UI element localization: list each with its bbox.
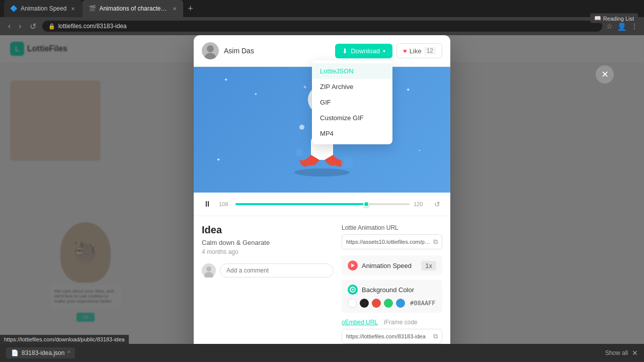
svg-point-18 [206,266,211,272]
comment-avatar [202,263,216,278]
download-label: Download [351,47,380,55]
tab1-label: Animation Speed [21,5,66,12]
forward-button[interactable]: › [17,21,23,32]
modal-close-button[interactable]: ✕ [596,65,614,83]
svg-marker-20 [351,263,355,267]
animation-description: Calm down & Genarate [202,239,334,246]
dropdown-customize-gif[interactable]: Customize GIF [312,110,392,126]
comment-input[interactable] [220,263,334,278]
color-swatch-black[interactable] [360,299,369,308]
modal-left-panel: Idea Calm down & Genarate 4 months ago [202,224,342,362]
tab2-icon: 🎬 [89,5,96,12]
download-dropdown: LottieJSON ZIP Archive GIF Customize GIF… [312,60,392,144]
progress-fill [235,203,366,205]
lock-icon: 🔒 [48,23,55,30]
file-icon: 📄 [11,349,19,356]
svg-point-1 [207,45,214,52]
download-file[interactable]: 📄 83183-idea.json ^ [6,347,75,358]
animation-speed-section[interactable]: Animation Speed 1x [342,255,442,276]
oembed-url-tab[interactable]: oEmbed URL [342,319,378,326]
speed-label: Animation Speed [362,262,412,269]
svg-point-15 [341,156,353,168]
background-color-section: Background Color #08AAFF [342,280,442,313]
tab1-icon: 🔷 [10,5,18,12]
download-icon: ⬇ [342,47,348,55]
progress-bar[interactable] [235,203,410,205]
pause-icon: ⏸ [203,200,211,209]
playback-controls: ⏸ 108 120 ↺ [194,193,450,216]
reload-button[interactable]: ↺ [28,21,38,32]
page-background: L LottieFiles 🦥 We care about your data,… [0,35,644,362]
download-section: ⬇ Download ▾ LottieJSON ZIP Archive GIF … [335,44,392,58]
loop-button[interactable]: ↺ [430,197,444,211]
star-decoration-4: ✦ [254,92,258,97]
close-download-button[interactable]: ✕ [632,349,638,357]
bg-color-label: Background Color [362,286,414,294]
browser-tab-1[interactable]: 🔷 Animation Speed ✕ [4,0,83,17]
browser-tabs: 🔷 Animation Speed ✕ 🎬 Animations of char… [0,0,644,17]
author-name: Asim Das [224,47,254,55]
modal-right-panel: Lottie Animation URL https://assets10.lo… [342,224,442,362]
like-button[interactable]: ♥ Like 12 [396,43,442,58]
reading-list-label: Reading List [603,15,634,21]
embed-url-container: https://lottiefiles.com/83183-idea ⧉ [342,329,442,344]
tab1-close[interactable]: ✕ [69,5,76,12]
download-chevron-icon: ▾ [383,48,385,54]
heart-icon: ♥ [403,47,407,55]
reading-list-icon: 📖 [594,15,601,22]
svg-point-22 [352,289,354,291]
svg-point-14 [295,148,303,156]
color-swatch-blue[interactable] [396,299,405,308]
address-bar[interactable]: 🔒 lottiefiles.com/83183-idea [42,21,602,32]
color-swatch-white[interactable] [348,299,357,308]
lottie-url-section: Lottie Animation URL https://assets10.lo… [342,224,442,249]
reading-list-button[interactable]: 📖 Reading List [590,14,638,23]
copy-url-button[interactable]: ⧉ [433,238,438,246]
loop-icon: ↺ [434,200,440,208]
address-text: lottiefiles.com/83183-idea [58,23,127,30]
tab2-label: Animations of characters in th... [99,5,169,12]
like-count: 12 [424,47,436,55]
browser-chrome: 🔷 Animation Speed ✕ 🎬 Animations of char… [0,0,644,35]
color-swatch-green[interactable] [384,299,393,308]
speed-icon [348,260,358,270]
svg-point-16 [299,125,304,130]
frame-end: 120 [414,201,426,207]
lottie-url-container: https://assets10.lottiefiles.com/private… [342,234,442,249]
modal-header: Asim Das ⬇ Download ▾ LottieJSON ZIP Arc… [194,35,450,67]
color-swatch-red[interactable] [372,299,381,308]
speed-left: Animation Speed [348,260,412,270]
animation-title: Idea [202,224,334,236]
modal-overlay: ✕ Asim Das ⬇ Download [0,35,644,362]
lottie-url-label: Lottie Animation URL [342,224,442,231]
play-pause-button[interactable]: ⏸ [200,197,215,212]
color-swatches: #08AAFF [348,299,436,308]
author-avatar [202,42,219,59]
dropdown-gif[interactable]: GIF [312,95,392,110]
status-bar-url: https://lottiefiles.com/download/public/… [0,335,129,344]
menu-icon[interactable]: ⋮ [631,22,638,30]
dropdown-lottie-json[interactable]: LottieJSON [312,63,392,79]
dropdown-zip-archive[interactable]: ZIP Archive [312,79,392,95]
iframe-code-tab[interactable]: iFrame code [384,319,418,326]
new-tab-button[interactable]: + [183,2,197,16]
back-button[interactable]: ‹ [6,21,13,32]
star-decoration-3: ✦ [216,157,220,162]
modal-body: Idea Calm down & Genarate 4 months ago [194,216,450,362]
show-all-button[interactable]: Show all [605,349,628,356]
bookmark-icon[interactable]: ☆ [606,22,613,30]
comment-section [202,263,334,278]
animation-time: 4 months ago [202,248,334,255]
modal-actions: ⬇ Download ▾ LottieJSON ZIP Archive GIF … [335,43,442,58]
browser-tab-2[interactable]: 🎬 Animations of characters in th... ✕ [83,0,183,17]
svg-line-8 [304,86,306,88]
progress-thumb [363,201,369,207]
dropdown-mp4[interactable]: MP4 [312,126,392,141]
copy-embed-button[interactable]: ⧉ [433,332,438,340]
download-filename: 83183-idea.json [22,349,64,356]
tab2-close[interactable]: ✕ [172,5,177,12]
download-button[interactable]: ⬇ Download ▾ [335,44,392,58]
embed-tabs: oEmbed URL iFrame code [342,319,442,326]
speed-value: 1x [421,261,436,270]
bg-color-header[interactable]: Background Color [348,285,436,295]
